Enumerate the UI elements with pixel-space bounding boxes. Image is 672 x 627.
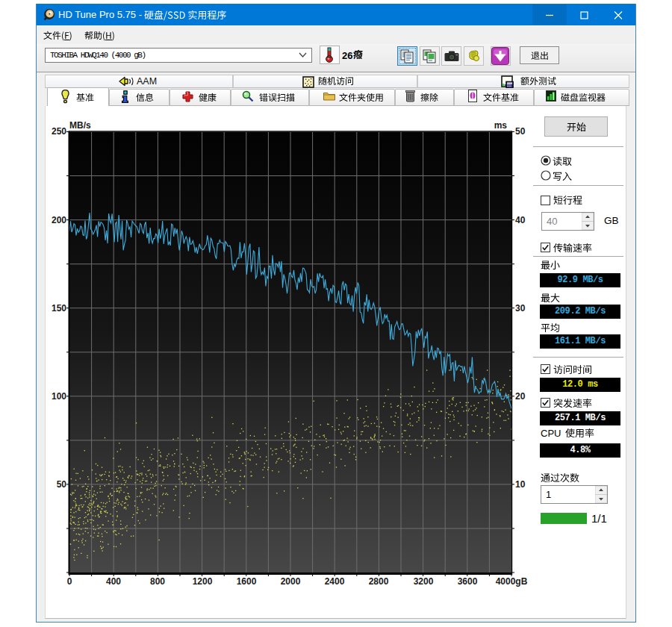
svg-text:50: 50 — [515, 126, 526, 137]
svg-text:0: 0 — [67, 576, 72, 587]
svg-text:2800: 2800 — [369, 576, 389, 587]
svg-text:1200: 1200 — [193, 576, 213, 587]
svg-text:40: 40 — [515, 215, 526, 225]
svg-text:10: 10 — [515, 479, 526, 490]
svg-text:200: 200 — [52, 215, 66, 225]
svg-text:50: 50 — [57, 479, 67, 490]
svg-text:ms: ms — [494, 120, 508, 131]
svg-text:100: 100 — [52, 391, 66, 402]
svg-text:30: 30 — [515, 303, 526, 314]
svg-text:20: 20 — [515, 391, 526, 402]
svg-text:4000gB: 4000gB — [496, 576, 528, 587]
svg-text:2000: 2000 — [281, 576, 301, 587]
svg-text:2400: 2400 — [325, 576, 345, 587]
svg-text:250: 250 — [52, 126, 66, 137]
svg-text:400: 400 — [106, 576, 121, 587]
svg-text:800: 800 — [150, 576, 165, 587]
svg-text:MB/s: MB/s — [69, 120, 91, 131]
svg-text:1600: 1600 — [237, 576, 257, 587]
svg-text:3600: 3600 — [458, 576, 478, 587]
svg-text:150: 150 — [52, 303, 66, 314]
svg-text:3200: 3200 — [414, 576, 434, 587]
